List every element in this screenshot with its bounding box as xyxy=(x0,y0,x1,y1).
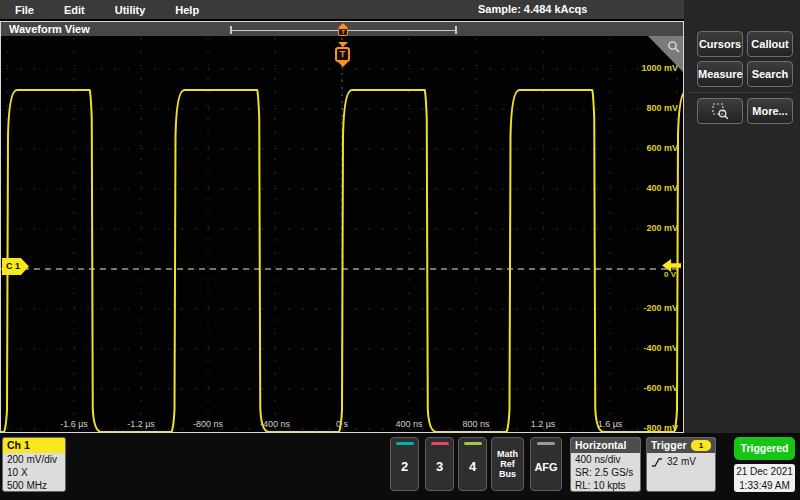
bus-label: Bus xyxy=(492,469,523,479)
tab-waveform-view[interactable]: Waveform View xyxy=(9,23,90,35)
waveform-plot xyxy=(1,36,683,432)
datetime-display: 21 Dec 2021 1:33:49 AM xyxy=(734,464,795,492)
x-axis-tick-label: -1.2 µs xyxy=(127,419,155,429)
x-axis-tick-label: -800 ns xyxy=(193,419,223,429)
zero-volt-label: 0 V xyxy=(664,270,676,279)
zoom-select-button[interactable] xyxy=(697,98,743,124)
trigger-badge[interactable]: Trigger 1 32 mV xyxy=(646,437,716,492)
rising-edge-icon xyxy=(651,456,663,468)
graticule[interactable]: 1000 mV800 mV600 mV400 mV200 mV-200 mV-4… xyxy=(1,36,683,432)
trigger-level: 32 mV xyxy=(667,456,696,469)
minimap-trigger-icon: T xyxy=(338,28,348,36)
channel-1-scale: 200 mV/div xyxy=(7,454,61,467)
sample-acquisition-readout: Sample: 4.484 kAcqs xyxy=(478,3,587,15)
toolbar-divider xyxy=(688,92,794,93)
sample-rate: SR: 2.5 GS/s xyxy=(575,467,636,480)
afg-color-bar xyxy=(537,442,555,445)
record-length: RL: 10 kpts xyxy=(575,480,636,492)
channel-3-label: 3 xyxy=(426,459,453,474)
menu-utility[interactable]: Utility xyxy=(115,4,146,16)
more-button[interactable]: More... xyxy=(747,98,793,124)
x-axis-tick-label: 0 s xyxy=(336,419,348,429)
channel-3-color-bar xyxy=(431,442,449,445)
y-axis-tick-label: -200 mV xyxy=(643,303,678,313)
y-axis-tick-label: 800 mV xyxy=(646,103,678,113)
channel-2-button[interactable]: 2 xyxy=(390,437,419,491)
trigger-t-icon: T xyxy=(335,47,350,62)
trigger-position-marker[interactable]: T xyxy=(335,42,351,67)
channel-2-label: 2 xyxy=(391,459,418,474)
bottom-settings-bar: Ch 1 200 mV/div 10 X 500 MHz 2 3 4 Math … xyxy=(0,433,800,500)
afg-button[interactable]: AFG xyxy=(530,437,562,491)
measure-button[interactable]: Measure xyxy=(697,61,743,87)
y-axis-tick-label: -400 mV xyxy=(643,343,678,353)
horizontal-scale: 400 ns/div xyxy=(575,454,636,467)
triggered-status-badge: Triggered xyxy=(734,437,795,460)
search-button[interactable]: Search xyxy=(747,61,793,87)
y-axis-tick-label: -600 mV xyxy=(643,383,678,393)
zoom-select-icon xyxy=(712,103,729,120)
panel-separator xyxy=(683,21,684,433)
channel-4-color-bar xyxy=(464,442,482,445)
horizontal-badge[interactable]: Horizontal 400 ns/div SR: 2.5 GS/s RL: 1… xyxy=(570,437,641,492)
channel-3-button[interactable]: 3 xyxy=(425,437,454,491)
channel-1-probe: 10 X xyxy=(7,467,61,480)
x-axis-tick-label: 400 ns xyxy=(395,419,422,429)
x-axis-tick-label: 1.6 µs xyxy=(598,419,623,429)
ref-label: Ref xyxy=(492,459,523,469)
channel-1-name: Ch 1 xyxy=(3,438,65,453)
x-axis-tick-label: 800 ns xyxy=(462,419,489,429)
x-axis-tick-label: -400 ns xyxy=(260,419,290,429)
right-toolbar-panel: Cursors Callout Measure Search More... xyxy=(684,0,800,433)
menu-file[interactable]: File xyxy=(15,4,34,16)
waveform-view-window: Waveform View T 1000 mV800 mV600 mV400 m… xyxy=(0,21,684,433)
y-axis-tick-label: 200 mV xyxy=(646,223,678,233)
channel-2-color-bar xyxy=(396,442,414,445)
time-label: 1:33:49 AM xyxy=(734,479,795,493)
trigger-source-pill: 1 xyxy=(691,440,711,451)
x-axis-tick-label: 1.2 µs xyxy=(531,419,556,429)
menu-help[interactable]: Help xyxy=(175,4,199,16)
channel-4-button[interactable]: 4 xyxy=(458,437,487,491)
math-ref-bus-button[interactable]: Math Ref Bus xyxy=(491,437,524,491)
x-axis-tick-label: -1.6 µs xyxy=(60,419,88,429)
waveform-view-tabbar: Waveform View T xyxy=(1,22,683,36)
channel-1-badge[interactable]: Ch 1 200 mV/div 10 X 500 MHz xyxy=(2,437,66,492)
menu-edit[interactable]: Edit xyxy=(64,4,85,16)
y-axis-tick-label: 400 mV xyxy=(646,183,678,193)
y-axis-tick-label: -800 mV xyxy=(643,423,678,433)
channel-1-bandwidth: 500 MHz xyxy=(7,480,61,492)
cursors-button[interactable]: Cursors xyxy=(697,31,743,57)
date-label: 21 Dec 2021 xyxy=(734,465,795,479)
y-axis-tick-label: 1000 mV xyxy=(641,63,678,73)
oscilloscope-screen: File Edit Utility Help Sample: 4.484 kAc… xyxy=(0,0,800,500)
callout-button[interactable]: Callout xyxy=(747,31,793,57)
math-label: Math xyxy=(492,449,523,459)
channel-4-label: 4 xyxy=(459,459,486,474)
horizontal-title: Horizontal xyxy=(571,438,640,453)
trigger-stem-icon xyxy=(338,62,348,67)
trigger-title: Trigger xyxy=(651,439,687,451)
y-axis-tick-label: 600 mV xyxy=(646,143,678,153)
magnifier-icon xyxy=(667,40,680,53)
afg-label: AFG xyxy=(531,461,561,473)
